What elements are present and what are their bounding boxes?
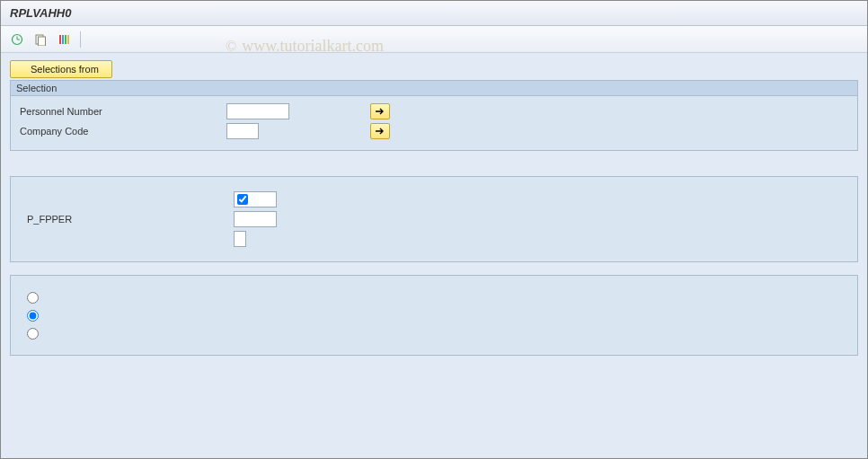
fpper-row: P_FPPER — [27, 209, 848, 229]
radio-3[interactable] — [27, 328, 39, 340]
tiny-input[interactable] — [234, 231, 246, 247]
radio-option-3 — [27, 324, 848, 342]
radio-option-2 — [27, 306, 848, 324]
params-group: P_FPPER — [10, 176, 858, 262]
selection-group-title: Selection — [11, 81, 857, 96]
execute-icon[interactable] — [8, 31, 26, 49]
content-area: Selections from Selection Personnel Numb… — [1, 53, 867, 458]
window-title: RPLVAHH0 — [1, 1, 867, 26]
radio-option-1 — [27, 288, 848, 306]
fpper-label: P_FPPER — [27, 214, 234, 225]
company-code-input[interactable] — [226, 123, 259, 139]
variant-icon[interactable] — [31, 31, 49, 49]
checkbox-field-wrap — [234, 191, 277, 207]
personnel-number-input[interactable] — [226, 103, 289, 119]
variant-overview-icon[interactable] — [55, 31, 73, 49]
param-checkbox[interactable] — [237, 194, 248, 205]
company-code-more-button[interactable] — [370, 123, 390, 139]
toolbar-separator — [80, 31, 81, 48]
svg-rect-8 — [67, 35, 69, 44]
personnel-number-row: Personnel Number — [20, 102, 848, 121]
radio-2[interactable] — [27, 310, 39, 322]
checkbox-row — [27, 190, 848, 209]
personnel-number-label: Personnel Number — [20, 106, 226, 117]
svg-rect-4 — [39, 37, 46, 46]
svg-rect-7 — [65, 35, 66, 44]
company-code-label: Company Code — [20, 126, 226, 137]
radio-1[interactable] — [27, 292, 39, 304]
selections-from-button[interactable]: Selections from — [10, 60, 112, 78]
fpper-input[interactable] — [234, 211, 277, 227]
svg-rect-6 — [62, 35, 64, 44]
selection-group: Selection Personnel Number Company Code — [10, 80, 858, 151]
svg-rect-5 — [59, 35, 61, 44]
personnel-number-more-button[interactable] — [370, 103, 390, 119]
tiny-row — [27, 229, 848, 249]
toolbar — [1, 26, 867, 53]
radio-group — [10, 275, 858, 356]
company-code-row: Company Code — [20, 121, 848, 141]
